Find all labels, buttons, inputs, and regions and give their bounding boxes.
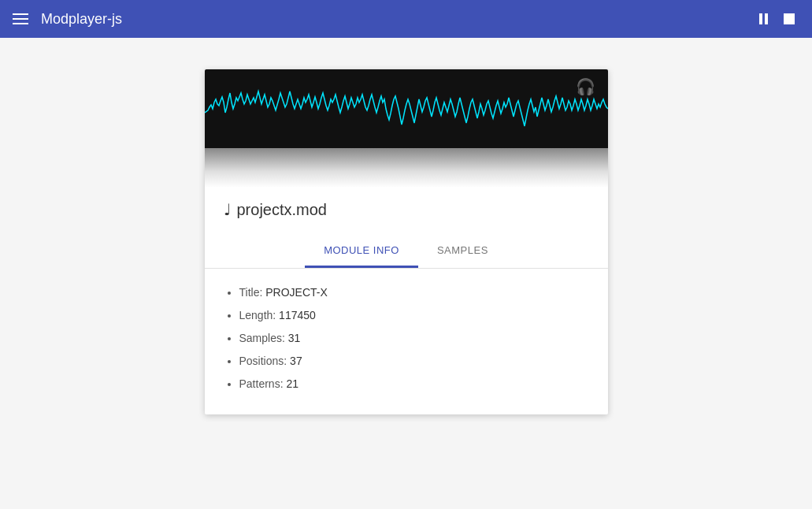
- title-label: Title:: [239, 286, 263, 299]
- song-title-row: ♩ projectx.mod: [205, 188, 608, 225]
- stop-icon: [784, 13, 795, 24]
- module-info-panel: Title: PROJECT-X Length: 117450 Samples:…: [205, 269, 608, 414]
- list-item: Title: PROJECT-X: [239, 281, 589, 304]
- main-content: 🎧 ♩ projectx.mod MODULE INFO SAMPLES Tit…: [0, 38, 812, 446]
- tab-samples[interactable]: SAMPLES: [418, 235, 507, 268]
- song-title: projectx.mod: [237, 201, 328, 219]
- music-note-icon: ♩: [224, 200, 231, 219]
- length-value: 117450: [279, 309, 316, 321]
- player-card: 🎧 ♩ projectx.mod MODULE INFO SAMPLES Tit…: [205, 69, 608, 414]
- list-item: Length: 117450: [239, 304, 589, 327]
- waveform-container: 🎧: [205, 69, 608, 148]
- menu-icon[interactable]: [13, 13, 28, 24]
- patterns-value: 21: [286, 377, 298, 390]
- title-value: PROJECT-X: [265, 286, 328, 299]
- samples-value: 31: [288, 332, 301, 344]
- length-label: Length:: [239, 309, 276, 321]
- samples-label: Samples:: [239, 332, 285, 344]
- header-actions: [755, 10, 799, 28]
- module-info-list: Title: PROJECT-X Length: 117450 Samples:…: [224, 281, 589, 396]
- list-item: Samples: 31: [239, 327, 589, 350]
- pause-icon: [759, 13, 768, 24]
- positions-value: 37: [290, 355, 302, 367]
- app-header: Modplayer-js: [0, 0, 812, 38]
- stop-button[interactable]: [779, 10, 799, 28]
- headphone-icon: 🎧: [576, 77, 595, 96]
- list-item: Patterns: 21: [239, 373, 589, 396]
- list-item: Positions: 37: [239, 350, 589, 373]
- positions-label: Positions:: [239, 355, 287, 367]
- patterns-label: Patterns:: [239, 377, 284, 390]
- waveform-gradient: [205, 148, 608, 188]
- waveform-svg: [205, 69, 608, 148]
- tabs-container: MODULE INFO SAMPLES: [205, 235, 608, 269]
- pause-button[interactable]: [755, 10, 773, 28]
- app-title: Modplayer-js: [41, 11, 742, 28]
- tab-module-info[interactable]: MODULE INFO: [305, 235, 418, 268]
